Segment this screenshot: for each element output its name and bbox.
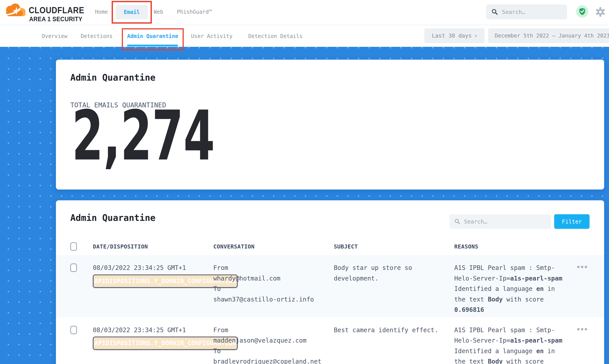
from-email: whardy@hotmail.com <box>213 273 334 284</box>
table-header-row: DATE/DISPOSITION CONVERSATION SUBJECT RE… <box>56 238 604 255</box>
quarantine-card-title: Admin Quarantine <box>70 213 155 223</box>
brand-name: CLOUDFLARE <box>29 5 84 15</box>
table-search-input[interactable] <box>464 219 535 225</box>
column-header-subject: SUBJECT <box>334 243 454 250</box>
to-label: To <box>213 346 334 356</box>
page: CLOUDFLARE AREA 1 SECURITY Home Email We… <box>0 0 609 364</box>
active-tab-underline <box>127 45 178 46</box>
cell-date-disposition: 08/03/2022 23:34:25 GMT+1 APIDISPOSITION… <box>93 325 213 364</box>
summary-card-title: Admin Quarantine <box>70 72 155 83</box>
cell-conversation: From maddenjason@velazquez.com To bradle… <box>213 325 334 364</box>
table-row: 08/03/2022 23:34:25 GMT+1 APIDISPOSITION… <box>56 255 604 317</box>
cloudflare-logo: CLOUDFLARE AREA 1 SECURITY <box>4 2 79 24</box>
row-date: 08/03/2022 23:34:25 GMT+1 <box>93 326 186 334</box>
reasons-text: A1S IPBL Pearl spam : Smtp-Helo-Server-I… <box>454 263 565 315</box>
cell-date-disposition: 08/03/2022 23:34:25 GMT+1 APIDISPOSITION… <box>93 263 213 315</box>
row-checkbox[interactable] <box>70 326 77 334</box>
topnav-item-phishguard[interactable]: PhishGuard™ <box>177 9 212 15</box>
column-header-reasons: REASONS <box>454 243 565 250</box>
top-header: CLOUDFLARE AREA 1 SECURITY Home Email We… <box>0 0 609 25</box>
topnav-item-home[interactable]: Home <box>95 9 108 15</box>
row-actions-menu-icon[interactable] <box>577 328 587 364</box>
tab-detections[interactable]: Detections <box>81 33 113 39</box>
from-email: maddenjason@velazquez.com <box>213 335 334 346</box>
summary-card: Admin Quarantine TOTAL EMAILS QUARANTINE… <box>56 60 604 190</box>
from-label: From <box>213 263 334 273</box>
dashboard-background: Admin Quarantine TOTAL EMAILS QUARANTINE… <box>0 47 609 364</box>
filter-button[interactable]: Filter <box>554 214 590 229</box>
column-header-conversation: CONVERSATION <box>213 243 334 250</box>
cell-conversation: From whardy@hotmail.com To shawn37@casti… <box>213 263 334 315</box>
tab-detection-details[interactable]: Detection Details <box>248 33 303 39</box>
to-label: To <box>213 284 334 294</box>
date-range-selector-label: Last 30 days <box>432 32 472 39</box>
topnav-item-email-label: Email <box>124 9 140 15</box>
search-icon <box>454 219 460 225</box>
global-search[interactable] <box>486 4 567 19</box>
from-label: From <box>213 325 334 336</box>
date-range-text: December 5th 2022 — January 4th 2023 <box>495 33 609 39</box>
row-actions-menu-icon[interactable] <box>577 266 587 315</box>
date-range-selector[interactable]: Last 30 days ▾ <box>424 28 485 43</box>
to-email: bradleyrodriguez@copeland.net <box>213 356 334 364</box>
date-range-display[interactable]: December 5th 2022 — January 4th 2023 <box>488 28 609 43</box>
quarantine-card: Admin Quarantine Filter DATE/DISPOSITION… <box>56 200 604 364</box>
email-subnav: Overview Detections Admin Quarantine Use… <box>0 25 609 47</box>
quarantine-table-body: 08/03/2022 23:34:25 GMT+1 APIDISPOSITION… <box>56 255 604 364</box>
metric-value: 2,274 <box>72 102 215 170</box>
topnav-item-web[interactable]: Web <box>154 9 163 15</box>
search-icon <box>491 9 498 15</box>
settings-button[interactable] <box>595 7 606 17</box>
tab-user-activity[interactable]: User Activity <box>191 33 232 39</box>
cell-subject: Body star up store so development. <box>334 263 454 315</box>
brand-subtitle: AREA 1 SECURITY <box>29 15 82 23</box>
shield-check-icon <box>578 7 586 16</box>
select-all-checkbox[interactable] <box>70 242 77 251</box>
tab-admin-quarantine[interactable]: Admin Quarantine <box>127 33 178 39</box>
chevron-down-icon: ▾ <box>475 33 477 38</box>
table-row: 08/03/2022 23:34:25 GMT+1 APIDISPOSITION… <box>56 317 604 364</box>
reasons-text: A1S IPBL Pearl spam : Smtp-Helo-Server-I… <box>454 325 565 364</box>
protection-status-badge[interactable] <box>576 5 588 18</box>
gear-icon <box>595 7 606 17</box>
global-search-input[interactable] <box>502 9 555 15</box>
table-search[interactable] <box>449 214 551 229</box>
cell-subject: Best camera identify effect. <box>334 325 454 364</box>
row-checkbox[interactable] <box>70 263 77 272</box>
cloudflare-cloud-icon <box>4 3 27 17</box>
to-email: shawn37@castillo-ortiz.info <box>213 294 334 305</box>
column-header-date-disposition: DATE/DISPOSITION <box>93 243 213 250</box>
topnav-item-email[interactable]: Email <box>116 5 148 19</box>
tab-overview[interactable]: Overview <box>42 33 68 39</box>
row-date: 08/03/2022 23:34:25 GMT+1 <box>93 264 186 272</box>
